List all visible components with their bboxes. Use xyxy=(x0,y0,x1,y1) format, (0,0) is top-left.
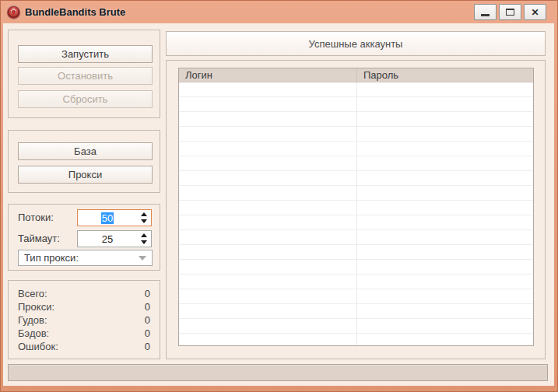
accounts-table[interactable]: Логин Пароль xyxy=(178,68,534,346)
start-button[interactable]: Запустить xyxy=(18,45,153,63)
maximize-icon xyxy=(506,9,514,16)
stat-row-errors: Ошибок: 0 xyxy=(18,341,150,352)
table-row[interactable] xyxy=(179,230,533,245)
accounts-panel: Логин Пароль xyxy=(166,60,546,359)
timeout-up-icon[interactable] xyxy=(141,233,147,237)
client-area: Запустить Остановить Сбросить База Прокс… xyxy=(3,23,554,386)
column-header-login[interactable]: Логин xyxy=(179,68,357,82)
app-icon xyxy=(7,5,20,19)
table-cell-login xyxy=(179,112,357,126)
table-cell-login xyxy=(179,171,357,185)
threads-up-icon[interactable] xyxy=(141,212,147,216)
table-cell-login xyxy=(179,275,357,289)
accounts-table-header: Логин Пароль xyxy=(179,68,533,82)
table-cell-password xyxy=(357,97,533,111)
table-cell-password xyxy=(357,215,533,229)
maximize-button[interactable] xyxy=(499,4,521,20)
timeout-down-icon[interactable] xyxy=(141,240,147,244)
window-title: BundleBandits Brute xyxy=(25,6,125,18)
table-cell-login xyxy=(179,97,357,111)
table-cell-password xyxy=(357,289,533,303)
stat-value: 0 xyxy=(145,314,150,326)
timeout-value[interactable]: 25 xyxy=(78,231,137,247)
table-row[interactable] xyxy=(179,97,533,112)
timeout-stepper[interactable]: 25 xyxy=(77,230,152,247)
table-row[interactable] xyxy=(179,127,533,142)
table-row[interactable] xyxy=(179,201,533,215)
minimize-icon xyxy=(481,14,490,16)
table-cell-password xyxy=(357,112,533,126)
window-controls: ✕ xyxy=(474,4,546,20)
table-row[interactable] xyxy=(179,156,533,171)
stat-value: 0 xyxy=(145,341,150,352)
table-cell-password xyxy=(357,260,533,274)
column-header-password[interactable]: Пароль xyxy=(357,68,533,82)
table-cell-login xyxy=(179,245,357,259)
table-cell-login xyxy=(179,142,357,156)
stat-label: Прокси: xyxy=(18,301,54,313)
table-cell-login xyxy=(179,127,357,141)
close-button[interactable]: ✕ xyxy=(524,4,546,20)
stat-value: 0 xyxy=(145,327,150,339)
table-cell-login xyxy=(179,230,357,244)
stat-row-bads: Бэдов: 0 xyxy=(18,327,150,339)
table-cell-login xyxy=(179,156,357,170)
settings-group: Потоки: 50 Таймаут: 25 xyxy=(8,204,160,271)
table-cell-login xyxy=(179,215,357,229)
table-cell-login xyxy=(179,82,357,96)
stat-value: 0 xyxy=(145,301,150,313)
table-row[interactable] xyxy=(179,245,533,260)
threads-down-icon[interactable] xyxy=(141,219,147,223)
table-row[interactable] xyxy=(179,112,533,127)
progress-bar xyxy=(8,364,548,381)
proxy-type-select[interactable]: Тип прокси: xyxy=(18,250,153,266)
table-cell-password xyxy=(357,201,533,215)
table-row[interactable] xyxy=(179,289,533,304)
table-cell-password xyxy=(357,156,533,170)
table-cell-password xyxy=(357,142,533,156)
threads-spin-buttons xyxy=(137,210,151,226)
chevron-down-icon xyxy=(139,256,146,261)
stop-button: Остановить xyxy=(18,67,153,85)
table-cell-login xyxy=(179,319,357,333)
proxy-type-label: Тип прокси: xyxy=(24,252,79,264)
stat-label: Ошибок: xyxy=(18,341,58,352)
table-row[interactable] xyxy=(179,142,533,156)
table-cell-password xyxy=(357,245,533,259)
proxy-button[interactable]: Прокси xyxy=(18,166,153,184)
table-cell-password xyxy=(357,186,533,200)
accounts-table-body[interactable] xyxy=(179,82,533,345)
table-row[interactable] xyxy=(179,186,533,201)
stat-label: Всего: xyxy=(18,288,47,299)
table-cell-login xyxy=(179,201,357,215)
table-row[interactable] xyxy=(179,215,533,230)
table-row[interactable] xyxy=(179,171,533,186)
table-row[interactable] xyxy=(179,260,533,275)
reset-button: Сбросить xyxy=(18,90,153,108)
table-row[interactable] xyxy=(179,334,533,345)
stat-value: 0 xyxy=(145,288,150,299)
accounts-header-panel: Успешные аккаунты xyxy=(166,31,546,56)
table-cell-password xyxy=(357,275,533,289)
table-row[interactable] xyxy=(179,319,533,334)
stat-row-total: Всего: 0 xyxy=(18,288,150,299)
table-cell-login xyxy=(179,289,357,303)
table-row[interactable] xyxy=(179,275,533,289)
table-cell-login xyxy=(179,304,357,318)
stat-row-proxies: Прокси: 0 xyxy=(18,301,150,313)
threads-label: Потоки: xyxy=(18,209,54,226)
table-row[interactable] xyxy=(179,304,533,319)
table-cell-password xyxy=(357,304,533,318)
minimize-button[interactable] xyxy=(474,4,497,20)
sources-group: База Прокси xyxy=(8,130,160,193)
timeout-spin-buttons xyxy=(137,231,151,247)
table-cell-login xyxy=(179,334,357,345)
base-button[interactable]: База xyxy=(18,142,153,160)
stat-label: Бэдов: xyxy=(18,327,49,339)
table-row[interactable] xyxy=(179,82,533,97)
table-cell-login xyxy=(179,260,357,274)
stat-row-goods: Гудов: 0 xyxy=(18,314,150,326)
threads-value[interactable]: 50 xyxy=(78,210,137,226)
threads-stepper[interactable]: 50 xyxy=(77,209,152,226)
titlebar[interactable]: BundleBandits Brute ✕ xyxy=(0,0,558,23)
